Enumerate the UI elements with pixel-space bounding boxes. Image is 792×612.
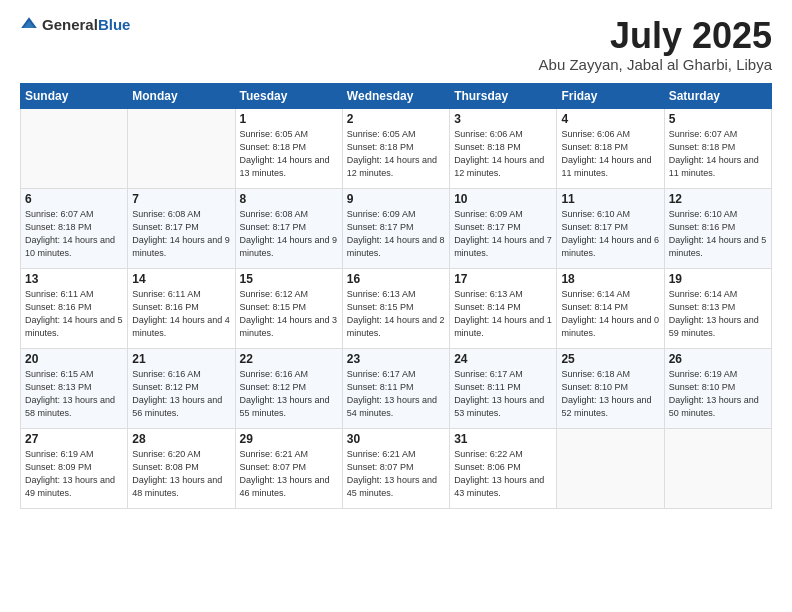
day-cell: 25Sunrise: 6:18 AM Sunset: 8:10 PM Dayli… xyxy=(557,348,664,428)
day-detail: Sunrise: 6:22 AM Sunset: 8:06 PM Dayligh… xyxy=(454,448,552,500)
day-number: 27 xyxy=(25,432,123,446)
day-number: 10 xyxy=(454,192,552,206)
weekday-monday: Monday xyxy=(128,83,235,108)
logo-blue: Blue xyxy=(98,16,131,33)
day-cell: 6Sunrise: 6:07 AM Sunset: 8:18 PM Daylig… xyxy=(21,188,128,268)
day-number: 15 xyxy=(240,272,338,286)
day-number: 14 xyxy=(132,272,230,286)
day-cell xyxy=(128,108,235,188)
day-number: 9 xyxy=(347,192,445,206)
day-cell: 19Sunrise: 6:14 AM Sunset: 8:13 PM Dayli… xyxy=(664,268,771,348)
day-cell: 10Sunrise: 6:09 AM Sunset: 8:17 PM Dayli… xyxy=(450,188,557,268)
day-cell: 13Sunrise: 6:11 AM Sunset: 8:16 PM Dayli… xyxy=(21,268,128,348)
day-cell xyxy=(557,428,664,508)
logo: GeneralBlue xyxy=(20,16,130,34)
title-block: July 2025 Abu Zayyan, Jabal al Gharbi, L… xyxy=(539,16,772,73)
day-number: 20 xyxy=(25,352,123,366)
day-cell xyxy=(664,428,771,508)
day-detail: Sunrise: 6:11 AM Sunset: 8:16 PM Dayligh… xyxy=(25,288,123,340)
day-cell: 12Sunrise: 6:10 AM Sunset: 8:16 PM Dayli… xyxy=(664,188,771,268)
day-number: 30 xyxy=(347,432,445,446)
day-detail: Sunrise: 6:08 AM Sunset: 8:17 PM Dayligh… xyxy=(240,208,338,260)
day-number: 21 xyxy=(132,352,230,366)
day-cell: 7Sunrise: 6:08 AM Sunset: 8:17 PM Daylig… xyxy=(128,188,235,268)
day-detail: Sunrise: 6:13 AM Sunset: 8:15 PM Dayligh… xyxy=(347,288,445,340)
weekday-thursday: Thursday xyxy=(450,83,557,108)
day-detail: Sunrise: 6:21 AM Sunset: 8:07 PM Dayligh… xyxy=(347,448,445,500)
day-number: 18 xyxy=(561,272,659,286)
day-detail: Sunrise: 6:15 AM Sunset: 8:13 PM Dayligh… xyxy=(25,368,123,420)
title-month: July 2025 xyxy=(539,16,772,56)
week-row-5: 27Sunrise: 6:19 AM Sunset: 8:09 PM Dayli… xyxy=(21,428,772,508)
day-number: 23 xyxy=(347,352,445,366)
day-detail: Sunrise: 6:06 AM Sunset: 8:18 PM Dayligh… xyxy=(454,128,552,180)
day-number: 24 xyxy=(454,352,552,366)
day-cell: 3Sunrise: 6:06 AM Sunset: 8:18 PM Daylig… xyxy=(450,108,557,188)
day-number: 31 xyxy=(454,432,552,446)
day-cell: 2Sunrise: 6:05 AM Sunset: 8:18 PM Daylig… xyxy=(342,108,449,188)
day-detail: Sunrise: 6:20 AM Sunset: 8:08 PM Dayligh… xyxy=(132,448,230,500)
day-detail: Sunrise: 6:05 AM Sunset: 8:18 PM Dayligh… xyxy=(240,128,338,180)
day-detail: Sunrise: 6:13 AM Sunset: 8:14 PM Dayligh… xyxy=(454,288,552,340)
day-detail: Sunrise: 6:14 AM Sunset: 8:14 PM Dayligh… xyxy=(561,288,659,340)
weekday-wednesday: Wednesday xyxy=(342,83,449,108)
day-cell: 4Sunrise: 6:06 AM Sunset: 8:18 PM Daylig… xyxy=(557,108,664,188)
day-number: 4 xyxy=(561,112,659,126)
day-cell: 31Sunrise: 6:22 AM Sunset: 8:06 PM Dayli… xyxy=(450,428,557,508)
day-cell: 24Sunrise: 6:17 AM Sunset: 8:11 PM Dayli… xyxy=(450,348,557,428)
day-detail: Sunrise: 6:16 AM Sunset: 8:12 PM Dayligh… xyxy=(132,368,230,420)
week-row-4: 20Sunrise: 6:15 AM Sunset: 8:13 PM Dayli… xyxy=(21,348,772,428)
day-detail: Sunrise: 6:06 AM Sunset: 8:18 PM Dayligh… xyxy=(561,128,659,180)
day-cell: 8Sunrise: 6:08 AM Sunset: 8:17 PM Daylig… xyxy=(235,188,342,268)
day-detail: Sunrise: 6:14 AM Sunset: 8:13 PM Dayligh… xyxy=(669,288,767,340)
day-number: 12 xyxy=(669,192,767,206)
day-number: 13 xyxy=(25,272,123,286)
day-number: 16 xyxy=(347,272,445,286)
day-detail: Sunrise: 6:08 AM Sunset: 8:17 PM Dayligh… xyxy=(132,208,230,260)
day-cell: 27Sunrise: 6:19 AM Sunset: 8:09 PM Dayli… xyxy=(21,428,128,508)
day-cell: 9Sunrise: 6:09 AM Sunset: 8:17 PM Daylig… xyxy=(342,188,449,268)
day-cell: 26Sunrise: 6:19 AM Sunset: 8:10 PM Dayli… xyxy=(664,348,771,428)
day-number: 26 xyxy=(669,352,767,366)
day-cell xyxy=(21,108,128,188)
weekday-friday: Friday xyxy=(557,83,664,108)
day-number: 19 xyxy=(669,272,767,286)
day-detail: Sunrise: 6:19 AM Sunset: 8:10 PM Dayligh… xyxy=(669,368,767,420)
week-row-2: 6Sunrise: 6:07 AM Sunset: 8:18 PM Daylig… xyxy=(21,188,772,268)
day-number: 28 xyxy=(132,432,230,446)
header: GeneralBlue July 2025 Abu Zayyan, Jabal … xyxy=(20,16,772,73)
weekday-tuesday: Tuesday xyxy=(235,83,342,108)
day-detail: Sunrise: 6:07 AM Sunset: 8:18 PM Dayligh… xyxy=(669,128,767,180)
day-cell: 5Sunrise: 6:07 AM Sunset: 8:18 PM Daylig… xyxy=(664,108,771,188)
weekday-header-row: SundayMondayTuesdayWednesdayThursdayFrid… xyxy=(21,83,772,108)
day-number: 2 xyxy=(347,112,445,126)
day-cell: 1Sunrise: 6:05 AM Sunset: 8:18 PM Daylig… xyxy=(235,108,342,188)
weekday-saturday: Saturday xyxy=(664,83,771,108)
page: GeneralBlue July 2025 Abu Zayyan, Jabal … xyxy=(0,0,792,612)
day-cell: 11Sunrise: 6:10 AM Sunset: 8:17 PM Dayli… xyxy=(557,188,664,268)
day-cell: 23Sunrise: 6:17 AM Sunset: 8:11 PM Dayli… xyxy=(342,348,449,428)
calendar: SundayMondayTuesdayWednesdayThursdayFrid… xyxy=(20,83,772,509)
day-number: 7 xyxy=(132,192,230,206)
day-number: 25 xyxy=(561,352,659,366)
day-cell: 22Sunrise: 6:16 AM Sunset: 8:12 PM Dayli… xyxy=(235,348,342,428)
day-cell: 18Sunrise: 6:14 AM Sunset: 8:14 PM Dayli… xyxy=(557,268,664,348)
day-detail: Sunrise: 6:10 AM Sunset: 8:17 PM Dayligh… xyxy=(561,208,659,260)
day-cell: 21Sunrise: 6:16 AM Sunset: 8:12 PM Dayli… xyxy=(128,348,235,428)
week-row-1: 1Sunrise: 6:05 AM Sunset: 8:18 PM Daylig… xyxy=(21,108,772,188)
day-detail: Sunrise: 6:11 AM Sunset: 8:16 PM Dayligh… xyxy=(132,288,230,340)
day-detail: Sunrise: 6:17 AM Sunset: 8:11 PM Dayligh… xyxy=(454,368,552,420)
day-number: 6 xyxy=(25,192,123,206)
day-cell: 29Sunrise: 6:21 AM Sunset: 8:07 PM Dayli… xyxy=(235,428,342,508)
weekday-sunday: Sunday xyxy=(21,83,128,108)
day-cell: 28Sunrise: 6:20 AM Sunset: 8:08 PM Dayli… xyxy=(128,428,235,508)
day-number: 22 xyxy=(240,352,338,366)
day-detail: Sunrise: 6:17 AM Sunset: 8:11 PM Dayligh… xyxy=(347,368,445,420)
day-detail: Sunrise: 6:05 AM Sunset: 8:18 PM Dayligh… xyxy=(347,128,445,180)
day-detail: Sunrise: 6:18 AM Sunset: 8:10 PM Dayligh… xyxy=(561,368,659,420)
day-number: 29 xyxy=(240,432,338,446)
day-number: 17 xyxy=(454,272,552,286)
day-number: 8 xyxy=(240,192,338,206)
title-location: Abu Zayyan, Jabal al Gharbi, Libya xyxy=(539,56,772,73)
day-cell: 15Sunrise: 6:12 AM Sunset: 8:15 PM Dayli… xyxy=(235,268,342,348)
